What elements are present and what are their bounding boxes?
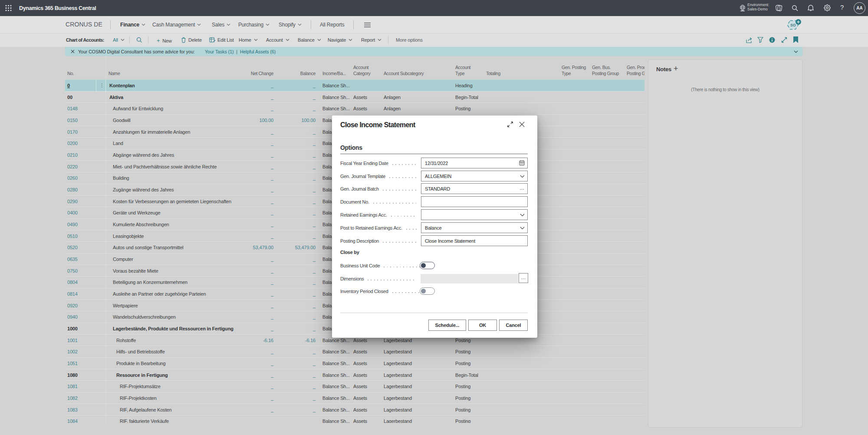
svg-text:SO: SO bbox=[790, 23, 796, 27]
